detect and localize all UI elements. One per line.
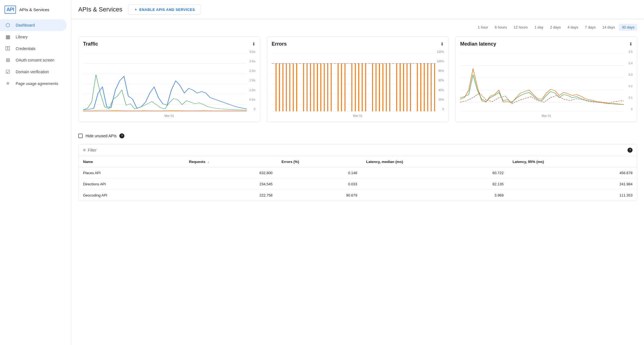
- latency-download-icon[interactable]: ⬇: [629, 41, 633, 47]
- col-header-errors: Errors (%): [277, 156, 362, 167]
- table-help-icon[interactable]: ?: [628, 148, 633, 153]
- dashboard-icon: ⬡: [4, 22, 11, 28]
- table-row: Places API 632,800 0.148 60.722 456.678: [79, 167, 637, 179]
- errors-chart-svg: [272, 50, 444, 117]
- cell-latency-95: 456.678: [508, 167, 637, 179]
- sidebar-item-credentials[interactable]: ⚿Credentials: [0, 43, 67, 54]
- cell-errors: 0.033: [277, 179, 362, 190]
- time-filter-12hours[interactable]: 12 hours: [511, 24, 531, 31]
- sidebar-item-label-domain: Domain verification: [16, 70, 49, 74]
- cell-latency-95: 241.984: [508, 179, 637, 190]
- charts-grid: Traffic ⬇: [78, 36, 637, 122]
- cell-name: Places API: [79, 167, 184, 179]
- filter-label: Filter: [88, 148, 96, 152]
- errors-x-label: Mar 01: [353, 114, 363, 117]
- hide-unused-help-icon[interactable]: ?: [119, 133, 124, 138]
- enable-button-label: ENABLE APIS AND SERVICES: [139, 8, 195, 12]
- table-toolbar: ≡ Filter ?: [79, 144, 637, 156]
- sidebar-item-label-dashboard: Dashboard: [16, 23, 35, 27]
- latency-chart-card: Median latency ⬇: [455, 36, 637, 122]
- sidebar-item-label-credentials: Credentials: [16, 46, 35, 51]
- cell-name: Directions API: [79, 179, 184, 190]
- traffic-download-icon[interactable]: ⬇: [252, 41, 255, 47]
- cell-errors: 90.679: [277, 190, 362, 201]
- sidebar-item-dashboard[interactable]: ⬡Dashboard: [0, 19, 67, 31]
- credentials-icon: ⚿: [4, 46, 11, 51]
- time-filter-6hours[interactable]: 6 hours: [492, 24, 510, 31]
- sidebar-item-library[interactable]: ▦Library: [0, 31, 67, 43]
- main-content: APIs & Services ＋ ENABLE APIS AND SERVIC…: [72, 0, 644, 345]
- api-logo: API: [4, 6, 16, 14]
- cell-latency-95: 111.353: [508, 190, 637, 201]
- errors-chart-area: 120%100%80%60%40%20%0 Mar 01: [272, 50, 444, 117]
- cell-name: Geocoding API: [79, 190, 184, 201]
- filter-button[interactable]: ≡ Filter: [83, 148, 96, 153]
- sidebar-title: APIs & Services: [19, 7, 49, 12]
- latency-chart-area: 0.50.40.30.20.10 Mar 01: [460, 50, 633, 117]
- main-header: APIs & Services ＋ ENABLE APIS AND SERVIC…: [72, 0, 644, 19]
- table-row: Geocoding API 222,758 90.679 3.969 111.3…: [79, 190, 637, 201]
- domain-icon: ☑: [4, 69, 11, 75]
- table-header: Name Requests ↓ Errors (%) Latency, medi…: [79, 156, 637, 167]
- api-table: Name Requests ↓ Errors (%) Latency, medi…: [79, 156, 637, 201]
- time-filter-bar: 1 hour6 hours12 hours1 day2 days4 days7 …: [78, 24, 637, 31]
- time-filter-7days[interactable]: 7 days: [582, 24, 598, 31]
- sidebar-item-label-page-usage: Page usage agreements: [16, 81, 58, 86]
- sidebar-item-oauth[interactable]: ⊞OAuth consent screen: [0, 54, 67, 66]
- time-filter-2days[interactable]: 2 days: [547, 24, 564, 31]
- cell-latency-median: 82.135: [362, 179, 508, 190]
- hide-unused-label: Hide unused APIs: [86, 134, 117, 138]
- cell-requests: 234,545: [184, 179, 277, 190]
- errors-chart-title: Errors: [272, 41, 287, 47]
- col-header-latency-95: Latency, 95% (ms): [508, 156, 637, 167]
- enable-apis-button[interactable]: ＋ ENABLE APIS AND SERVICES: [128, 4, 201, 15]
- col-header-latency-median: Latency, median (ms): [362, 156, 508, 167]
- errors-chart-card: Errors ⬇: [267, 36, 449, 122]
- latency-chart-title: Median latency: [460, 41, 496, 47]
- time-filter-4days[interactable]: 4 days: [565, 24, 581, 31]
- api-table-section: ≡ Filter ? Name Requests ↓ Errors (%) La…: [78, 144, 637, 201]
- oauth-icon: ⊞: [4, 57, 11, 63]
- traffic-x-label: Mar 01: [164, 114, 174, 117]
- traffic-chart-header: Traffic ⬇: [83, 41, 255, 47]
- sidebar-item-domain[interactable]: ☑Domain verification: [0, 66, 67, 78]
- sidebar-item-page-usage[interactable]: ≡Page usage agreements: [0, 78, 67, 89]
- time-filter-1day[interactable]: 1 day: [532, 24, 546, 31]
- hide-unused-row: Hide unused APIs ?: [78, 133, 637, 138]
- sidebar-item-label-library: Library: [16, 35, 28, 39]
- hide-unused-checkbox[interactable]: [78, 134, 83, 138]
- traffic-chart-card: Traffic ⬇: [78, 36, 260, 122]
- time-filter-30days[interactable]: 30 days: [619, 24, 637, 31]
- plus-icon: ＋: [134, 7, 138, 12]
- library-icon: ▦: [4, 34, 11, 40]
- errors-download-icon[interactable]: ⬇: [440, 41, 444, 47]
- sidebar-navigation: ⬡Dashboard▦Library⚿Credentials⊞OAuth con…: [0, 19, 71, 89]
- sidebar-header: API APIs & Services: [0, 2, 71, 19]
- table-row: Directions API 234,545 0.033 82.135 241.…: [79, 179, 637, 190]
- cell-requests: 632,800: [184, 167, 277, 179]
- traffic-chart-area: 3.0/s2.5/s2.0/s1.5/s1.0/s0.5/s0 Mar 01: [83, 50, 255, 117]
- time-filter-14days[interactable]: 14 days: [600, 24, 618, 31]
- time-filter-1hour[interactable]: 1 hour: [475, 24, 491, 31]
- col-header-name: Name: [79, 156, 184, 167]
- traffic-chart-title: Traffic: [83, 41, 98, 47]
- page-usage-icon: ≡: [4, 81, 11, 86]
- errors-chart-header: Errors ⬇: [272, 41, 444, 47]
- latency-chart-header: Median latency ⬇: [460, 41, 633, 47]
- table-body: Places API 632,800 0.148 60.722 456.678 …: [79, 167, 637, 201]
- cell-latency-median: 60.722: [362, 167, 508, 179]
- latency-chart-svg: [460, 50, 633, 117]
- filter-icon: ≡: [83, 148, 86, 153]
- col-header-requests[interactable]: Requests ↓: [184, 156, 277, 167]
- cell-errors: 0.148: [277, 167, 362, 179]
- sidebar-item-label-oauth: OAuth consent screen: [16, 58, 55, 62]
- content-area: 1 hour6 hours12 hours1 day2 days4 days7 …: [72, 19, 644, 205]
- cell-requests: 222,758: [184, 190, 277, 201]
- page-title: APIs & Services: [78, 6, 122, 13]
- sidebar: API APIs & Services ⬡Dashboard▦Library⚿C…: [0, 0, 72, 345]
- latency-x-label: Mar 01: [542, 114, 551, 117]
- traffic-chart-svg: [83, 50, 255, 117]
- cell-latency-median: 3.969: [362, 190, 508, 201]
